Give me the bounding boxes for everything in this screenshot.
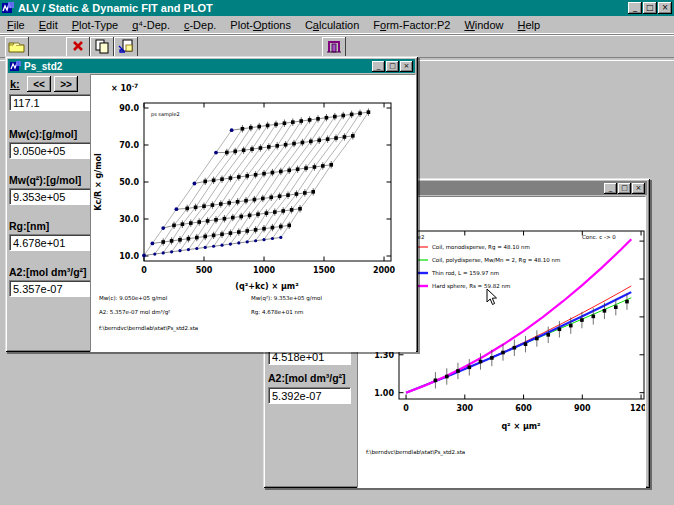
menu-help[interactable]: Help xyxy=(511,18,548,32)
svg-text:500: 500 xyxy=(196,266,213,275)
svg-text:Mw(c): 9.050e+05 g/mol: Mw(c): 9.050e+05 g/mol xyxy=(99,295,168,302)
a2-label: A2:[mol dm³/g²] xyxy=(9,266,87,278)
svg-text:q² × μm²: q² × μm² xyxy=(501,422,541,431)
copy-icon xyxy=(94,39,110,54)
svg-text:1000: 1000 xyxy=(253,266,276,275)
window1-icon xyxy=(10,61,21,72)
window2-a2-field[interactable] xyxy=(268,387,351,404)
delete-button[interactable] xyxy=(66,37,90,57)
window-ps-std2: Ps_std2 _ □ × k: << >> Mw(c):[g/mol] Mw(… xyxy=(5,56,418,352)
mwc-field[interactable] xyxy=(9,142,92,159)
rg-label: Rg:[nm] xyxy=(9,220,49,232)
close-button[interactable]: × xyxy=(658,2,672,14)
menu-c-dep-[interactable]: c-Dep. xyxy=(177,18,223,32)
svg-text:Rg: 4.678e+01 nm: Rg: 4.678e+01 nm xyxy=(251,309,303,316)
window2-a2-label: A2:[mol dm³/g²] xyxy=(268,372,346,384)
open-button[interactable] xyxy=(5,37,29,57)
window2-close-button[interactable]: × xyxy=(632,183,645,194)
menu-q-dep-[interactable]: q⁴-Dep. xyxy=(125,18,177,32)
paste-icon xyxy=(118,39,134,54)
zimm-chart: 050010001500200090.070.050.030.010.0× 10… xyxy=(91,75,415,351)
svg-text:900: 900 xyxy=(574,404,591,413)
k-label: k: xyxy=(10,78,20,90)
application-window: ALV / Static & Dynamic FIT and PLOT _ □ … xyxy=(0,0,674,505)
k-value-field[interactable] xyxy=(9,94,92,111)
main-title: ALV / Static & Dynamic FIT and PLOT xyxy=(18,2,213,14)
maximize-button[interactable]: □ xyxy=(643,2,657,14)
delete-x-icon xyxy=(70,39,86,53)
svg-text:Coil, monodisperse, Rg = 48.10: Coil, monodisperse, Rg = 48.10 nm xyxy=(432,244,530,251)
menu-file[interactable]: File xyxy=(0,18,32,32)
svg-text:300: 300 xyxy=(456,404,473,413)
k-next-button[interactable]: >> xyxy=(54,76,78,92)
exit-door-icon xyxy=(326,39,342,54)
exit-button[interactable] xyxy=(322,37,346,57)
a2-field[interactable] xyxy=(9,280,92,297)
svg-text:f:\berndvc\berndlab\stat\Ps_st: f:\berndvc\berndlab\stat\Ps_std2.sta xyxy=(366,449,465,456)
svg-text:Conc. c -> 0: Conc. c -> 0 xyxy=(582,234,616,240)
svg-text:10.0: 10.0 xyxy=(119,252,139,261)
menu-plot-options[interactable]: Plot-Options xyxy=(223,18,298,32)
svg-text:ps sample2: ps sample2 xyxy=(151,111,180,118)
zimm-chart-panel: 050010001500200090.070.050.030.010.0× 10… xyxy=(90,74,416,352)
svg-text:Hard sphere, Rs = 59.82 nm: Hard sphere, Rs = 59.82 nm xyxy=(432,283,510,290)
svg-text:1.00: 1.00 xyxy=(374,389,394,398)
svg-text:30.0: 30.0 xyxy=(119,215,139,224)
svg-text:× 10-7: × 10-7 xyxy=(111,82,138,94)
svg-text:A2: 5.357e-07 mol dm³/g²: A2: 5.357e-07 mol dm³/g² xyxy=(99,309,170,316)
svg-text:2000: 2000 xyxy=(373,266,396,275)
menu-window[interactable]: Window xyxy=(457,18,510,32)
app-icon xyxy=(2,2,14,14)
svg-text:0: 0 xyxy=(403,404,409,413)
menu-calculation[interactable]: Calculation xyxy=(298,18,366,32)
svg-text:(q²+kc) × μm²: (q²+kc) × μm² xyxy=(235,282,299,291)
svg-text:1500: 1500 xyxy=(313,266,336,275)
k-prev-button[interactable]: << xyxy=(27,76,51,92)
svg-text:Coil, polydisperse, Mw/Mn = 2,: Coil, polydisperse, Mw/Mn = 2, Rg = 48.1… xyxy=(432,257,560,264)
svg-text:Mw(q²): 9.353e+05 g/mol: Mw(q²): 9.353e+05 g/mol xyxy=(251,295,322,302)
window2-minimize-button[interactable]: _ xyxy=(604,183,617,194)
svg-text:f:\berndvc\berndlab\stat\Ps_st: f:\berndvc\berndlab\stat\Ps_std2.sta xyxy=(99,325,198,332)
svg-text:1200: 1200 xyxy=(630,404,645,413)
mwq-field[interactable] xyxy=(9,188,92,205)
svg-text:70.0: 70.0 xyxy=(119,141,139,150)
toolbar xyxy=(0,34,674,58)
mouse-cursor xyxy=(486,288,498,306)
svg-text:600: 600 xyxy=(515,404,532,413)
open-folder-icon xyxy=(8,39,26,53)
svg-text:0: 0 xyxy=(141,266,147,275)
window1-maximize-button[interactable]: □ xyxy=(386,61,399,72)
window1-title: Ps_std2 xyxy=(24,61,62,72)
svg-text:90.0: 90.0 xyxy=(119,104,139,113)
svg-text:Thin rod, L = 159.97 nm: Thin rod, L = 159.97 nm xyxy=(431,270,499,276)
menu-bar: FileEditPlot-Typeq⁴-Dep.c-Dep.Plot-Optio… xyxy=(0,16,674,34)
paste-button[interactable] xyxy=(114,37,138,57)
mwc-label: Mw(c):[g/mol] xyxy=(9,128,77,140)
mwq-label: Mw(q²):[g/mol] xyxy=(9,174,81,186)
window1-close-button[interactable]: × xyxy=(400,61,413,72)
menu-form-factor-p2[interactable]: Form-Factor:P2 xyxy=(366,18,457,32)
menu-edit[interactable]: Edit xyxy=(32,18,65,32)
window1-minimize-button[interactable]: _ xyxy=(372,61,385,72)
copy-button[interactable] xyxy=(90,37,114,57)
minimize-button[interactable]: _ xyxy=(628,2,642,14)
menu-plot-type[interactable]: Plot-Type xyxy=(65,18,125,32)
svg-text:Kc/R × g/mol: Kc/R × g/mol xyxy=(94,153,103,211)
window2-maximize-button[interactable]: □ xyxy=(618,183,631,194)
svg-text:50.0: 50.0 xyxy=(119,178,139,187)
rg-field[interactable] xyxy=(9,234,92,251)
main-titlebar: ALV / Static & Dynamic FIT and PLOT _ □ … xyxy=(0,0,674,16)
window1-titlebar[interactable]: Ps_std2 _ □ × xyxy=(8,59,415,73)
